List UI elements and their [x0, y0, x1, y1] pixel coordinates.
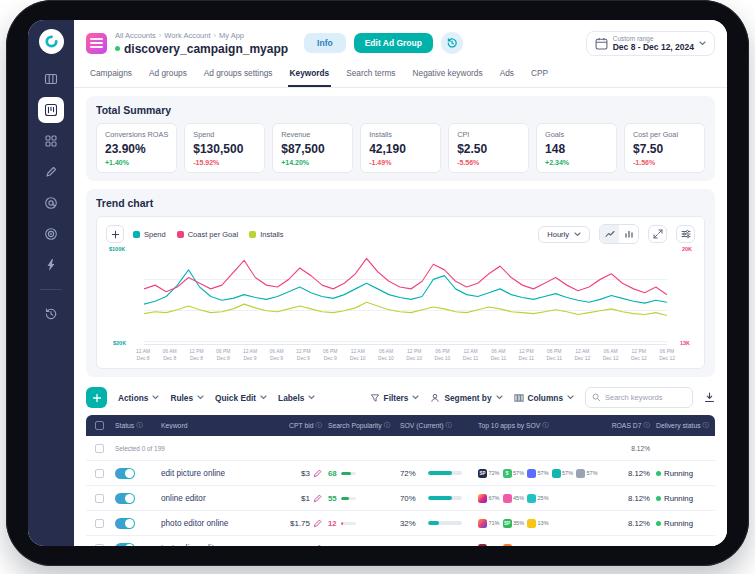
search-icon	[592, 393, 601, 402]
selection-checkbox[interactable]	[95, 444, 104, 453]
date-range-picker[interactable]: Custom range Dec 8 - Dec 12, 2024	[586, 31, 715, 56]
keyword-link[interactable]: test online editor	[161, 544, 221, 547]
column-header-cpt-bid[interactable]: CPT bidⓘ	[269, 421, 325, 430]
sidebar-item-columns[interactable]	[38, 66, 64, 92]
edit-bid-icon[interactable]	[313, 494, 322, 503]
app-icon	[478, 519, 487, 528]
search-input[interactable]	[605, 393, 686, 402]
cpt-bid-value: $3	[301, 469, 310, 478]
expand-chart-button[interactable]	[648, 225, 667, 243]
edit-bid-icon[interactable]	[313, 469, 322, 478]
sidebar-item-history[interactable]	[38, 301, 64, 327]
keyword-link[interactable]: edit picture online	[161, 469, 225, 478]
rules-menu[interactable]: Rules	[170, 393, 204, 403]
column-header-top-10-apps-by-sov[interactable]: Top 10 apps by SOVⓘ	[475, 421, 603, 430]
download-button[interactable]	[704, 392, 715, 403]
y-axis-right-min: 13K	[680, 340, 690, 346]
tab-ad-groups[interactable]: Ad groups	[147, 68, 189, 87]
sidebar-item-kanban[interactable]	[38, 97, 64, 123]
select-all-checkbox[interactable]	[95, 421, 104, 430]
app-icon	[86, 33, 107, 54]
filters-button[interactable]: Filters	[370, 393, 420, 403]
info-button[interactable]: Info	[304, 33, 346, 53]
sov-value: 70%	[400, 494, 424, 503]
tab-negative-keywords[interactable]: Negative keywords	[411, 68, 485, 87]
tab-cpp[interactable]: CPP	[529, 68, 550, 87]
add-metric-button[interactable]	[106, 225, 124, 243]
table-header: StatusⓘKeywordCPT bidⓘSearch Popularityⓘ…	[86, 415, 715, 436]
tab-ad-groups-settings[interactable]: Ad groups settings	[202, 68, 275, 87]
bar-chart-toggle[interactable]	[619, 225, 638, 243]
keyword-link[interactable]: online editor	[161, 494, 206, 503]
brand-logo[interactable]	[39, 29, 64, 54]
sidebar-item-at[interactable]	[38, 190, 64, 216]
status-toggle[interactable]	[115, 518, 135, 529]
x-axis-label: 06 AMDec 8	[163, 348, 177, 361]
edit-bid-icon[interactable]	[313, 519, 322, 528]
download-icon	[704, 392, 715, 403]
sov-value: 72%	[400, 469, 424, 478]
table-row: photo editor online$1.751232%71%SP35%13%…	[86, 511, 715, 536]
column-header-status[interactable]: Statusⓘ	[112, 421, 158, 430]
chart-toolbar: SpendCoast per GoalInstalls Hourly	[106, 224, 695, 244]
app-icon	[503, 494, 512, 503]
chevron-down-icon	[699, 41, 706, 46]
column-header-roas-d7[interactable]: ROAS D7ⓘ	[603, 421, 653, 430]
labels-menu[interactable]: Labels	[278, 393, 315, 403]
status-toggle[interactable]	[115, 543, 135, 547]
legend-item[interactable]: Installs	[249, 230, 283, 239]
sidebar-item-pen[interactable]	[38, 159, 64, 185]
row-checkbox[interactable]	[95, 544, 104, 547]
keyword-link[interactable]: photo editor online	[161, 519, 228, 528]
column-header-label: SOV (Current)	[400, 422, 443, 429]
bolt-icon	[44, 258, 58, 272]
rules-label: Rules	[170, 393, 193, 403]
column-header-search-popularity[interactable]: Search Popularityⓘ	[325, 421, 397, 430]
chart-settings-button[interactable]	[676, 225, 695, 243]
status-toggle[interactable]	[115, 468, 135, 479]
actions-label: Actions	[118, 393, 148, 403]
column-header-sov-current-[interactable]: SOV (Current)ⓘ	[397, 421, 475, 430]
sidebar-item-bolt[interactable]	[38, 252, 64, 278]
trend-title: Trend chart	[96, 197, 705, 209]
add-keyword-button[interactable]	[86, 387, 107, 408]
legend-item[interactable]: Spend	[133, 230, 166, 239]
tab-ads[interactable]: Ads	[498, 68, 516, 87]
history-button[interactable]	[441, 32, 463, 54]
breadcrumb-item[interactable]: Work Account	[164, 31, 210, 40]
row-checkbox[interactable]	[95, 494, 104, 503]
row-checkbox[interactable]	[95, 469, 104, 478]
sidebar-item-apps[interactable]	[38, 128, 64, 154]
row-checkbox[interactable]	[95, 519, 104, 528]
column-header-keyword[interactable]: Keyword	[158, 422, 269, 429]
interval-select[interactable]: Hourly	[538, 226, 590, 243]
main-content: All Accounts›Work Account›My App discove…	[74, 20, 727, 546]
column-header-delivery-status[interactable]: Delivery statusⓘ	[653, 421, 715, 430]
tab-campaigns[interactable]: Campaigns	[88, 68, 134, 87]
edit-ad-group-button[interactable]: Edit Ad Group	[354, 33, 433, 53]
columns-button[interactable]: Columns	[514, 393, 575, 403]
edit-bid-icon[interactable]	[313, 544, 322, 547]
total-summary-section: Total Summary Conversions ROAS23.90%+1.4…	[86, 96, 715, 181]
tab-keywords[interactable]: Keywords	[288, 68, 332, 87]
segment-by-button[interactable]: Segment by	[430, 393, 502, 403]
breadcrumb-item[interactable]: All Accounts	[115, 31, 156, 40]
summary-card-value: $7.50	[633, 142, 696, 156]
line-chart-toggle[interactable]	[600, 225, 619, 243]
tab-search-terms[interactable]: Search terms	[344, 68, 397, 87]
top-app: S57%	[503, 469, 525, 478]
status-toggle[interactable]	[115, 493, 135, 504]
column-header-label: Search Popularity	[328, 422, 382, 429]
sidebar-item-target[interactable]	[38, 221, 64, 247]
actions-menu[interactable]: Actions	[118, 393, 159, 403]
legend-item[interactable]: Coast per Goal	[177, 230, 238, 239]
cpt-bid-value: $2	[301, 544, 310, 547]
info-icon: ⓘ	[384, 421, 391, 430]
summary-card-value: $2.50	[457, 142, 520, 156]
breadcrumb-item[interactable]: My App	[219, 31, 244, 40]
sliders-icon	[681, 229, 691, 239]
summary-card: Spend$130,500-15.92%	[184, 123, 265, 173]
summary-card: Revenue$87,500+14.20%	[272, 123, 353, 173]
summary-card-label: Cost per Goal	[633, 130, 696, 139]
quick-edit-menu[interactable]: Quick Edit	[215, 393, 267, 403]
